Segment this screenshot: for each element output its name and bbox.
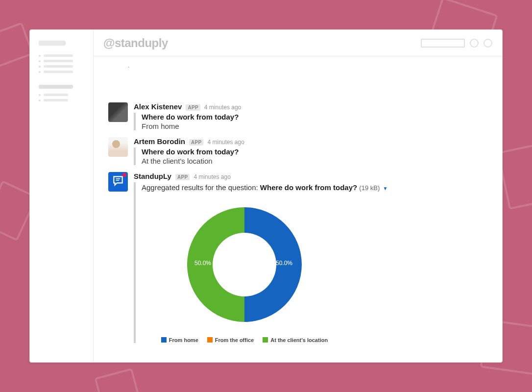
chart-legend: From home From the office At the client'… <box>142 337 347 343</box>
app-window: @standuply ` Alex Kistenev APP 4 minutes… <box>29 29 503 363</box>
message-attachment: Aggregated results for the question: Whe… <box>134 182 487 343</box>
stray-mark: ` <box>128 66 487 73</box>
chat-bubble-icon <box>112 174 124 189</box>
chart-label-right: 50.0% <box>276 260 292 267</box>
message-attachment: Where do work from today? At the client'… <box>134 147 487 165</box>
sidebar-item-skeleton <box>39 54 84 57</box>
legend-swatch <box>263 337 268 343</box>
message-timestamp: 4 minutes ago <box>207 139 244 146</box>
notification-badge-icon <box>122 173 126 177</box>
attachment-answer: At the client's location <box>142 157 487 165</box>
message-author[interactable]: Alex Kistenev <box>134 102 182 111</box>
channel-header: @standuply <box>94 30 502 56</box>
main-panel: @standuply ` Alex Kistenev APP 4 minutes… <box>94 30 502 362</box>
aggregated-question: Where do work from today? <box>260 183 357 192</box>
avatar[interactable] <box>108 137 128 157</box>
header-controls <box>421 39 492 48</box>
legend-swatch <box>207 337 213 343</box>
app-badge: APP <box>186 104 200 111</box>
message-author[interactable]: StandupLy <box>134 172 171 180</box>
message: Alex Kistenev APP 4 minutes ago Where do… <box>108 102 487 130</box>
sidebar <box>30 30 94 362</box>
message-attachment: Where do work from today? From home <box>134 113 487 130</box>
attachment-answer: From home <box>142 122 487 130</box>
header-icon-skeleton[interactable] <box>484 39 492 48</box>
legend-item: From the office <box>207 337 254 343</box>
chart-segment-from-home <box>244 207 302 322</box>
app-badge: APP <box>175 174 190 180</box>
legend-item: At the client's location <box>263 337 328 343</box>
message-author[interactable]: Artem Borodin <box>134 137 185 146</box>
bg-decoration <box>94 368 141 392</box>
channel-title: @standuply <box>103 36 168 50</box>
bg-decoration <box>0 22 34 71</box>
legend-swatch <box>161 337 167 343</box>
avatar[interactable] <box>108 172 128 192</box>
avatar[interactable] <box>108 102 128 122</box>
legend-label: From home <box>169 337 198 343</box>
sidebar-item-skeleton <box>39 60 84 62</box>
sidebar-item-skeleton <box>39 71 84 73</box>
message: Artem Borodin APP 4 minutes ago Where do… <box>108 137 487 165</box>
chart-label-left: 50.0% <box>194 260 211 267</box>
sidebar-skeleton <box>39 85 73 89</box>
header-icon-skeleton[interactable] <box>470 39 479 48</box>
file-size: (19 kB) <box>359 184 380 192</box>
caret-down-icon[interactable]: ▼ <box>383 185 387 193</box>
message-timestamp: 4 minutes ago <box>193 173 230 180</box>
search-input-skeleton[interactable] <box>421 39 465 48</box>
attachment-question: Where do work from today? <box>142 147 487 156</box>
sidebar-item-skeleton <box>39 99 84 101</box>
sidebar-item-skeleton <box>39 65 84 68</box>
sidebar-skeleton <box>39 41 66 46</box>
message: StandupLy APP 4 minutes ago Aggregated r… <box>108 172 487 343</box>
message-timestamp: 4 minutes ago <box>204 104 241 111</box>
app-badge: APP <box>189 139 203 146</box>
legend-label: At the client's location <box>270 337 328 343</box>
legend-label: From the office <box>215 337 254 343</box>
message-list: ` Alex Kistenev APP 4 minutes ago Where … <box>94 56 502 362</box>
sidebar-item-skeleton <box>39 94 84 96</box>
attachment-question: Where do work from today? <box>142 113 487 121</box>
legend-item: From home <box>161 337 198 343</box>
aggregated-prefix: Aggregated results for the question: <box>142 183 260 192</box>
donut-chart: 50.0% 50.0% From home From th <box>142 201 347 343</box>
